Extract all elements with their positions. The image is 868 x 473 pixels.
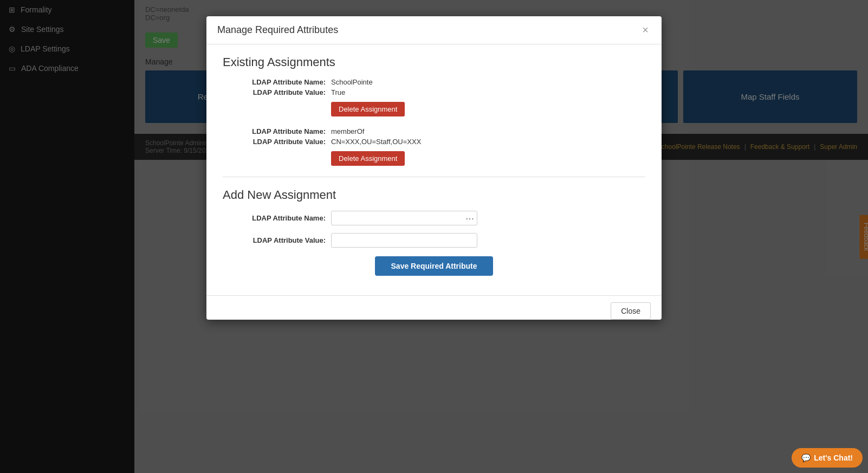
attr-name-row-1: LDAP Attribute Name: SchoolPointe — [223, 78, 645, 86]
attr-value-value-1: True — [331, 88, 345, 96]
chat-button[interactable]: 💬 Let's Chat! — [792, 448, 863, 468]
add-form-name-row: LDAP Attribute Name: ⋯ — [223, 211, 645, 225]
attr-name-value-2: memberOf — [331, 127, 364, 135]
existing-assignments-title: Existing Assignments — [223, 55, 645, 69]
modal-footer: Close — [206, 295, 662, 320]
ldap-attribute-name-input[interactable] — [331, 211, 477, 225]
add-value-input-wrapper — [331, 233, 477, 248]
add-name-label: LDAP Attribute Name: — [223, 214, 331, 222]
modal-close-button[interactable]: × — [640, 24, 651, 36]
attr-value-label-1: LDAP Attribute Value: — [223, 88, 331, 96]
delete-assignment-button-1[interactable]: Delete Assignment — [331, 102, 405, 116]
assignment-block-2: LDAP Attribute Name: memberOf LDAP Attri… — [223, 127, 645, 166]
delete-assignment-button-2[interactable]: Delete Assignment — [331, 151, 405, 166]
add-name-input-wrapper: ⋯ — [331, 211, 477, 225]
attr-name-value-1: SchoolPointe — [331, 78, 373, 86]
attr-name-label-2: LDAP Attribute Name: — [223, 127, 331, 135]
save-required-attribute-button[interactable]: Save Required Attribute — [375, 256, 494, 276]
modal-header: Manage Required Attributes × — [206, 16, 662, 44]
modal-overlay: Manage Required Attributes × Existing As… — [0, 0, 868, 473]
add-value-label: LDAP Attribute Value: — [223, 236, 331, 244]
attr-value-label-2: LDAP Attribute Value: — [223, 138, 331, 146]
modal: Manage Required Attributes × Existing As… — [206, 16, 662, 320]
assignment-block-1: LDAP Attribute Name: SchoolPointe LDAP A… — [223, 78, 645, 116]
dots-button[interactable]: ⋯ — [463, 213, 476, 223]
add-form-value-row: LDAP Attribute Value: — [223, 233, 645, 248]
ldap-attribute-value-input[interactable] — [331, 233, 477, 248]
modal-footer-close-button[interactable]: Close — [611, 302, 651, 320]
section-divider — [223, 177, 645, 177]
modal-title: Manage Required Attributes — [217, 24, 338, 36]
chat-label: Let's Chat! — [814, 453, 853, 462]
chat-icon: 💬 — [801, 453, 811, 462]
modal-body: Existing Assignments LDAP Attribute Name… — [206, 44, 662, 295]
add-new-section-title: Add New Assignment — [223, 188, 645, 202]
attr-value-row-1: LDAP Attribute Value: True — [223, 88, 645, 96]
attr-name-label-1: LDAP Attribute Name: — [223, 78, 331, 86]
attr-value-value-2: CN=XXX,OU=Staff,OU=XXX — [331, 138, 421, 146]
attr-name-row-2: LDAP Attribute Name: memberOf — [223, 127, 645, 135]
attr-value-row-2: LDAP Attribute Value: CN=XXX,OU=Staff,OU… — [223, 138, 645, 146]
